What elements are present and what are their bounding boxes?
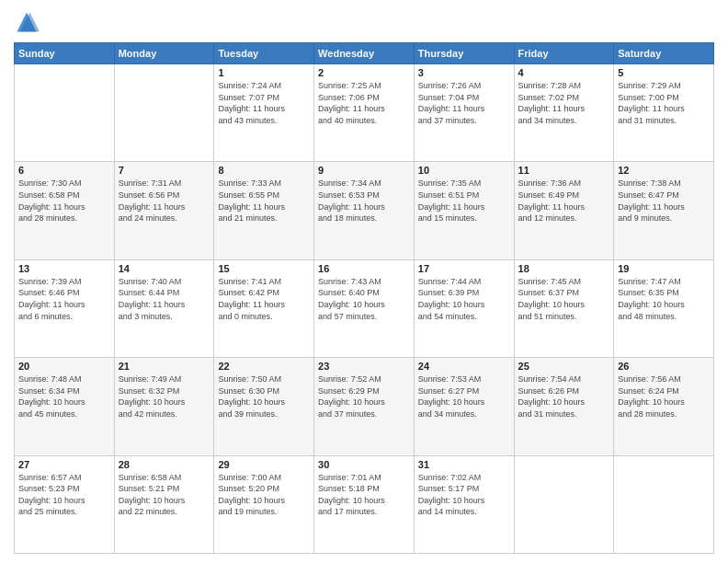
day-number: 24 [418, 361, 510, 372]
calendar-cell: 11Sunrise: 7:36 AM Sunset: 6:49 PM Dayli… [514, 162, 614, 259]
calendar-cell: 19Sunrise: 7:47 AM Sunset: 6:35 PM Dayli… [614, 259, 714, 357]
day-info: Sunrise: 7:30 AM Sunset: 6:58 PM Dayligh… [18, 178, 110, 224]
calendar-week-row: 13Sunrise: 7:39 AM Sunset: 6:46 PM Dayli… [15, 259, 714, 357]
calendar-week-row: 27Sunrise: 6:57 AM Sunset: 5:23 PM Dayli… [15, 455, 714, 553]
calendar-cell: 10Sunrise: 7:35 AM Sunset: 6:51 PM Dayli… [414, 162, 514, 259]
day-number: 29 [218, 459, 310, 470]
calendar-cell: 29Sunrise: 7:00 AM Sunset: 5:20 PM Dayli… [214, 455, 314, 553]
day-number: 23 [318, 361, 410, 372]
day-number: 18 [518, 263, 610, 274]
day-info: Sunrise: 7:45 AM Sunset: 6:37 PM Dayligh… [518, 276, 610, 322]
day-number: 1 [218, 67, 310, 78]
day-number: 8 [218, 165, 310, 176]
calendar-cell: 1Sunrise: 7:24 AM Sunset: 7:07 PM Daylig… [214, 64, 314, 162]
logo-icon [14, 9, 40, 35]
calendar-cell: 9Sunrise: 7:34 AM Sunset: 6:53 PM Daylig… [314, 162, 415, 259]
day-number: 21 [119, 361, 210, 372]
day-info: Sunrise: 7:41 AM Sunset: 6:42 PM Dayligh… [218, 276, 310, 322]
calendar-cell: 13Sunrise: 7:39 AM Sunset: 6:46 PM Dayli… [15, 259, 115, 357]
day-number: 6 [18, 165, 110, 176]
day-info: Sunrise: 7:28 AM Sunset: 7:02 PM Dayligh… [518, 80, 610, 126]
day-info: Sunrise: 7:36 AM Sunset: 6:49 PM Dayligh… [518, 178, 610, 224]
day-number: 7 [119, 165, 210, 176]
header-friday: Friday [514, 43, 614, 64]
calendar-table: Sunday Monday Tuesday Wednesday Thursday… [14, 42, 714, 554]
day-info: Sunrise: 7:38 AM Sunset: 6:47 PM Dayligh… [618, 178, 710, 224]
day-info: Sunrise: 7:43 AM Sunset: 6:40 PM Dayligh… [318, 276, 410, 322]
day-number: 12 [618, 165, 710, 176]
calendar-cell: 30Sunrise: 7:01 AM Sunset: 5:18 PM Dayli… [314, 455, 415, 553]
header [14, 9, 714, 35]
day-info: Sunrise: 7:34 AM Sunset: 6:53 PM Dayligh… [318, 178, 410, 224]
day-number: 2 [318, 67, 410, 78]
calendar-cell: 24Sunrise: 7:53 AM Sunset: 6:27 PM Dayli… [414, 358, 514, 455]
day-info: Sunrise: 7:48 AM Sunset: 6:34 PM Dayligh… [18, 373, 110, 419]
day-info: Sunrise: 7:44 AM Sunset: 6:39 PM Dayligh… [418, 276, 510, 322]
day-number: 9 [318, 165, 410, 176]
day-number: 26 [618, 361, 710, 372]
day-number: 17 [418, 263, 510, 274]
calendar-cell: 2Sunrise: 7:25 AM Sunset: 7:06 PM Daylig… [314, 64, 415, 162]
calendar-cell: 26Sunrise: 7:56 AM Sunset: 6:24 PM Dayli… [614, 358, 714, 455]
day-number: 27 [18, 459, 110, 470]
calendar-cell: 20Sunrise: 7:48 AM Sunset: 6:34 PM Dayli… [15, 358, 115, 455]
day-info: Sunrise: 7:24 AM Sunset: 7:07 PM Dayligh… [218, 80, 310, 126]
calendar-cell: 14Sunrise: 7:40 AM Sunset: 6:44 PM Dayli… [114, 259, 214, 357]
calendar-cell: 16Sunrise: 7:43 AM Sunset: 6:40 PM Dayli… [314, 259, 415, 357]
calendar-cell: 4Sunrise: 7:28 AM Sunset: 7:02 PM Daylig… [514, 64, 614, 162]
calendar-cell: 28Sunrise: 6:58 AM Sunset: 5:21 PM Dayli… [114, 455, 214, 553]
day-number: 30 [318, 459, 410, 470]
day-info: Sunrise: 7:53 AM Sunset: 6:27 PM Dayligh… [418, 373, 510, 419]
day-number: 11 [518, 165, 610, 176]
calendar-week-row: 1Sunrise: 7:24 AM Sunset: 7:07 PM Daylig… [15, 64, 714, 162]
day-number: 19 [618, 263, 710, 274]
day-info: Sunrise: 6:58 AM Sunset: 5:21 PM Dayligh… [119, 472, 210, 518]
calendar-cell: 25Sunrise: 7:54 AM Sunset: 6:26 PM Dayli… [514, 358, 614, 455]
day-info: Sunrise: 7:35 AM Sunset: 6:51 PM Dayligh… [418, 178, 510, 224]
header-tuesday: Tuesday [214, 43, 314, 64]
day-info: Sunrise: 7:47 AM Sunset: 6:35 PM Dayligh… [618, 276, 710, 322]
page: Sunday Monday Tuesday Wednesday Thursday… [0, 0, 728, 563]
calendar-cell: 5Sunrise: 7:29 AM Sunset: 7:00 PM Daylig… [614, 64, 714, 162]
calendar-cell: 22Sunrise: 7:50 AM Sunset: 6:30 PM Dayli… [214, 358, 314, 455]
day-info: Sunrise: 7:29 AM Sunset: 7:00 PM Dayligh… [618, 80, 710, 126]
day-info: Sunrise: 7:31 AM Sunset: 6:56 PM Dayligh… [119, 178, 210, 224]
day-info: Sunrise: 7:49 AM Sunset: 6:32 PM Dayligh… [119, 373, 210, 419]
logo [14, 9, 43, 35]
calendar-cell [15, 64, 115, 162]
calendar-cell: 12Sunrise: 7:38 AM Sunset: 6:47 PM Dayli… [614, 162, 714, 259]
day-number: 14 [119, 263, 210, 274]
calendar-cell: 17Sunrise: 7:44 AM Sunset: 6:39 PM Dayli… [414, 259, 514, 357]
day-info: Sunrise: 7:50 AM Sunset: 6:30 PM Dayligh… [218, 373, 310, 419]
header-thursday: Thursday [414, 43, 514, 64]
day-number: 10 [418, 165, 510, 176]
day-info: Sunrise: 7:33 AM Sunset: 6:55 PM Dayligh… [218, 178, 310, 224]
day-info: Sunrise: 7:00 AM Sunset: 5:20 PM Dayligh… [218, 472, 310, 518]
day-number: 22 [218, 361, 310, 372]
header-saturday: Saturday [614, 43, 714, 64]
calendar-cell [114, 64, 214, 162]
day-number: 4 [518, 67, 610, 78]
calendar-cell: 18Sunrise: 7:45 AM Sunset: 6:37 PM Dayli… [514, 259, 614, 357]
calendar-cell: 8Sunrise: 7:33 AM Sunset: 6:55 PM Daylig… [214, 162, 314, 259]
day-info: Sunrise: 7:52 AM Sunset: 6:29 PM Dayligh… [318, 373, 410, 419]
calendar-cell: 21Sunrise: 7:49 AM Sunset: 6:32 PM Dayli… [114, 358, 214, 455]
day-info: Sunrise: 7:26 AM Sunset: 7:04 PM Dayligh… [418, 80, 510, 126]
day-info: Sunrise: 7:56 AM Sunset: 6:24 PM Dayligh… [618, 373, 710, 419]
calendar-week-row: 6Sunrise: 7:30 AM Sunset: 6:58 PM Daylig… [15, 162, 714, 259]
day-info: Sunrise: 7:54 AM Sunset: 6:26 PM Dayligh… [518, 373, 610, 419]
day-number: 3 [418, 67, 510, 78]
header-monday: Monday [114, 43, 214, 64]
day-number: 16 [318, 263, 410, 274]
day-info: Sunrise: 7:01 AM Sunset: 5:18 PM Dayligh… [318, 472, 410, 518]
calendar-cell [614, 455, 714, 553]
calendar-cell: 6Sunrise: 7:30 AM Sunset: 6:58 PM Daylig… [15, 162, 115, 259]
header-wednesday: Wednesday [314, 43, 415, 64]
day-number: 15 [218, 263, 310, 274]
day-number: 31 [418, 459, 510, 470]
day-number: 28 [119, 459, 210, 470]
calendar-cell: 31Sunrise: 7:02 AM Sunset: 5:17 PM Dayli… [414, 455, 514, 553]
calendar-cell: 3Sunrise: 7:26 AM Sunset: 7:04 PM Daylig… [414, 64, 514, 162]
day-info: Sunrise: 6:57 AM Sunset: 5:23 PM Dayligh… [18, 472, 110, 518]
day-info: Sunrise: 7:40 AM Sunset: 6:44 PM Dayligh… [119, 276, 210, 322]
